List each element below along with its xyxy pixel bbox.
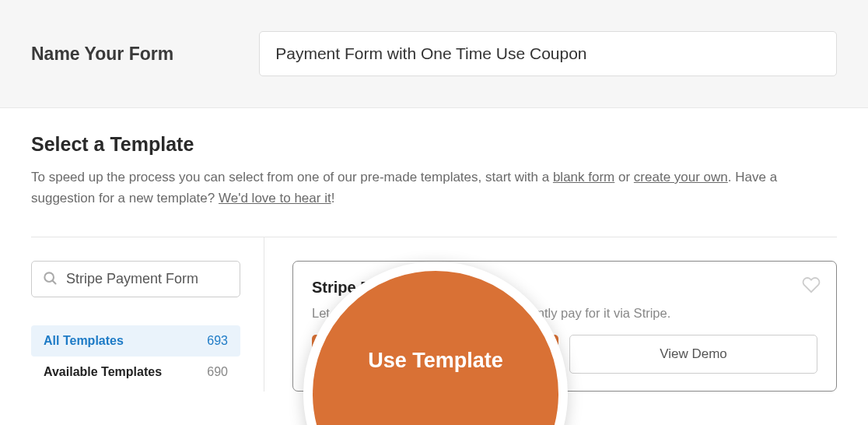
search-icon — [42, 270, 58, 289]
heart-icon[interactable] — [802, 276, 821, 297]
svg-line-1 — [53, 280, 56, 283]
create-own-link[interactable]: create your own — [634, 170, 728, 184]
select-template-description: To speed up the process you can select f… — [31, 167, 837, 209]
category-all-templates[interactable]: All Templates 693 — [31, 325, 240, 357]
view-demo-button[interactable]: View Demo — [569, 335, 817, 374]
desc-text: or — [614, 170, 634, 184]
zoom-label: Use Template — [368, 349, 503, 373]
form-name-label: Name Your Form — [31, 44, 173, 65]
form-name-input[interactable] — [259, 31, 837, 76]
category-list: All Templates 693 Available Templates 69… — [31, 325, 240, 388]
category-count: 690 — [207, 365, 228, 379]
category-label: Available Templates — [44, 365, 162, 379]
category-label: All Templates — [44, 334, 124, 348]
feedback-link[interactable]: We'd love to hear it — [219, 191, 331, 205]
header-section: Name Your Form — [0, 0, 868, 108]
template-search-input[interactable] — [31, 261, 240, 297]
category-count: 693 — [207, 334, 228, 348]
desc-text: To speed up the process you can select f… — [31, 170, 553, 184]
search-wrapper — [31, 261, 240, 297]
select-template-title: Select a Template — [31, 133, 837, 156]
desc-text: ! — [331, 191, 335, 205]
blank-form-link[interactable]: blank form — [553, 170, 614, 184]
category-available-templates[interactable]: Available Templates 690 — [31, 357, 240, 388]
sidebar: All Templates 693 Available Templates 69… — [31, 237, 264, 392]
